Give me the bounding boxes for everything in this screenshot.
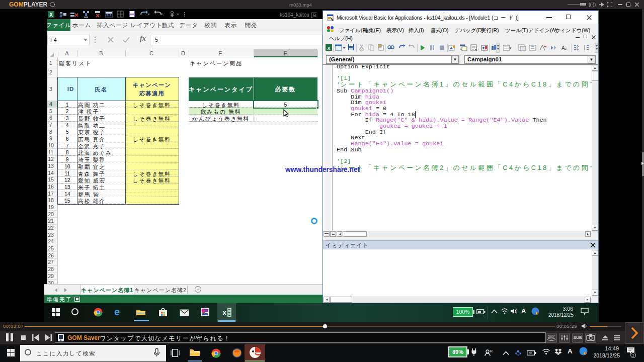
svg-text:x: x bbox=[222, 309, 226, 316]
svg-text:X: X bbox=[49, 12, 53, 18]
svg-text:X: X bbox=[327, 46, 330, 51]
svg-text:R: R bbox=[490, 349, 493, 353]
svg-text:Az: Az bbox=[561, 45, 567, 51]
